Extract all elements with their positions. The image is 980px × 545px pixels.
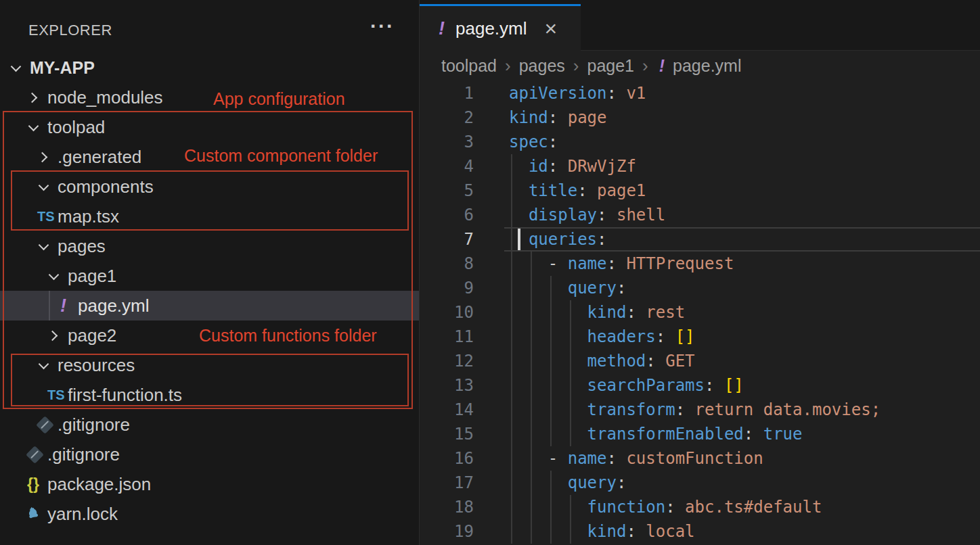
tree-row-map-tsx[interactable]: TSmap.tsx xyxy=(0,202,419,231)
indent-guide xyxy=(511,179,512,203)
code-line-18[interactable]: 18 function: abc.ts#default xyxy=(420,495,980,519)
line-number: 15 xyxy=(420,425,474,444)
breadcrumb-item-pages[interactable]: pages xyxy=(519,56,565,76)
breadcrumb-item-page1[interactable]: page1 xyxy=(587,56,635,76)
code-line-14[interactable]: 14 transform: return data.movies; xyxy=(420,398,980,422)
code-line-13[interactable]: 13 searchParams: [] xyxy=(420,373,980,398)
tree-row-resources[interactable]: resources xyxy=(0,350,419,380)
indent-guide xyxy=(550,519,552,544)
code-line-7[interactable]: 7 queries: xyxy=(420,227,980,252)
tree-row-pages[interactable]: pages xyxy=(0,231,419,261)
indent-guide xyxy=(511,422,512,446)
line-number: 6 xyxy=(420,206,474,224)
explorer-title: EXPLORER xyxy=(28,22,112,39)
indent-guide xyxy=(531,252,532,276)
indent-guide xyxy=(511,519,512,544)
code-line-1[interactable]: 1apiVersion: v1 xyxy=(420,81,980,105)
line-number: 18 xyxy=(420,498,474,517)
code-text: searchParams: [] xyxy=(474,376,744,395)
breadcrumb: toolpad›pages›page1›!page.yml xyxy=(420,51,980,81)
code-line-2[interactable]: 2kind: page xyxy=(420,105,980,130)
code-line-5[interactable]: 5 title: page1 xyxy=(420,179,980,203)
code-text: transform: return data.movies; xyxy=(474,400,881,419)
code-line-3[interactable]: 3spec: xyxy=(420,130,980,154)
indent-guide xyxy=(531,519,532,544)
indent-guide xyxy=(511,471,512,495)
tree-row-page1[interactable]: page1 xyxy=(0,261,419,291)
close-icon[interactable]: × xyxy=(545,18,558,39)
code-text: headers: [] xyxy=(474,327,695,346)
indent-guide xyxy=(511,349,512,373)
code-text: method: GET xyxy=(474,352,695,371)
git-icon xyxy=(36,416,54,434)
indent-guide xyxy=(570,325,571,349)
line-number: 2 xyxy=(420,108,474,127)
tree-row-node_modules[interactable]: node_modules xyxy=(0,82,419,112)
breadcrumb-item-toolpad[interactable]: toolpad xyxy=(441,56,497,76)
line-number: 13 xyxy=(420,376,474,395)
breadcrumb-separator: › xyxy=(573,55,579,76)
chevron-right-icon xyxy=(27,94,47,101)
code-text: transformEnabled: true xyxy=(474,425,802,444)
chevron-right-icon xyxy=(37,153,58,161)
line-number: 14 xyxy=(420,400,474,419)
indent-guide xyxy=(511,446,512,471)
typescript-icon: TS xyxy=(47,387,65,403)
line-number: 8 xyxy=(420,254,474,273)
code-line-12[interactable]: 12 method: GET xyxy=(420,349,980,373)
code-text: - name: HTTPrequest xyxy=(474,254,734,273)
indent-guide xyxy=(511,154,512,179)
code-line-9[interactable]: 9 query: xyxy=(420,276,980,300)
code-area: 1apiVersion: v12kind: page3spec:4 id: DR… xyxy=(420,81,980,544)
code-text: - name: customFunction xyxy=(474,449,763,468)
code-line-4[interactable]: 4 id: DRwVjZf xyxy=(420,154,980,179)
tree-row-yarn-lock[interactable]: yarn.lock xyxy=(0,499,419,529)
tree-row-my-app[interactable]: MY-APP xyxy=(0,53,419,82)
chevron-down-icon xyxy=(37,244,58,249)
tree-label: resources xyxy=(58,355,135,376)
tree-label: page2 xyxy=(68,325,116,346)
line-number: 10 xyxy=(420,303,474,322)
tab-bar: ! page.yml × xyxy=(420,0,980,51)
indent-guide xyxy=(550,398,552,422)
code-line-6[interactable]: 6 display: shell xyxy=(420,203,980,227)
code-line-19[interactable]: 19 kind: local xyxy=(420,519,980,544)
line-number: 19 xyxy=(420,522,474,541)
yml-warning-icon: ! xyxy=(439,18,445,39)
more-actions-icon[interactable]: ··· xyxy=(370,16,395,37)
tree-row-page-yml[interactable]: !page.yml xyxy=(0,291,419,321)
tree-row-first-function-ts[interactable]: TSfirst-function.ts xyxy=(0,380,419,410)
code-line-16[interactable]: 16 - name: customFunction xyxy=(420,446,980,471)
indent-guide xyxy=(550,373,552,398)
code-line-10[interactable]: 10 kind: rest xyxy=(420,300,980,325)
chevron-down-icon xyxy=(37,185,58,189)
code-text: kind: rest xyxy=(474,303,685,322)
tree-row-gitignore-toolpad[interactable]: .gitignore xyxy=(0,410,419,440)
chevron-right-icon xyxy=(47,332,68,339)
breadcrumb-item-page.yml[interactable]: page.yml xyxy=(673,56,741,76)
annotation-custom-functions-folder: Custom functions folder xyxy=(199,326,377,346)
indent-guide xyxy=(511,373,512,398)
indent-guide xyxy=(550,276,552,300)
code-line-11[interactable]: 11 headers: [] xyxy=(420,325,980,349)
tree-row-gitignore-root[interactable]: .gitignore xyxy=(0,440,419,469)
tree-row-components[interactable]: components xyxy=(0,172,419,202)
chevron-down-icon xyxy=(47,274,68,279)
indent-guide xyxy=(511,325,512,349)
tree-row-package-json[interactable]: {}package.json xyxy=(0,469,419,499)
code-line-8[interactable]: 8 - name: HTTPrequest xyxy=(420,252,980,276)
git-icon xyxy=(26,446,44,464)
indent-guide xyxy=(531,349,532,373)
file-tree: MY-APP node_modulestoolpad.generatedcomp… xyxy=(0,53,419,529)
explorer-header: EXPLORER ··· xyxy=(0,0,419,47)
code-text: function: abc.ts#default xyxy=(474,498,822,517)
indent-guide xyxy=(550,495,552,519)
code-line-17[interactable]: 17 query: xyxy=(420,471,980,495)
tab-page-yml[interactable]: ! page.yml × xyxy=(420,4,581,51)
chevron-down-icon xyxy=(37,363,58,368)
annotation-app-configuration: App configuration xyxy=(213,89,345,109)
indent-guide xyxy=(511,300,512,325)
tree-row-toolpad[interactable]: toolpad xyxy=(0,112,419,142)
code-text: title: page1 xyxy=(474,181,646,200)
code-line-15[interactable]: 15 transformEnabled: true xyxy=(420,422,980,446)
